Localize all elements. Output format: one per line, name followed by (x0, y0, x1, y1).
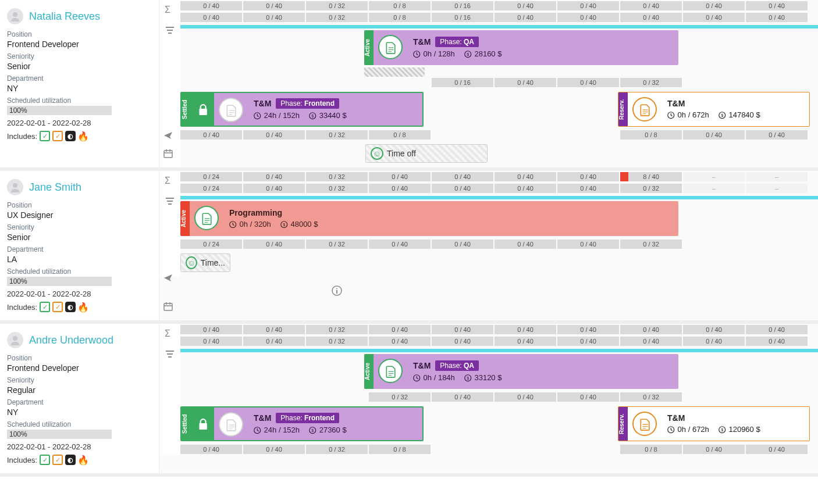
row-icon-column (159, 324, 180, 455)
includes-row: Includes: ✓ ✓ ◐ 🔥 (7, 455, 152, 465)
calendar-icon[interactable] (163, 148, 173, 160)
allocation-cell: 0 / 40 (243, 337, 305, 346)
allocation-block[interactable]: Settled T&M Phase: Frontend 24h / 152h 2… (180, 406, 424, 441)
allocation-cell: 0 / 40 (495, 172, 556, 181)
allocation-cell: 0 / 40 (369, 337, 431, 346)
person-sidebar: Natalia Reeves Position Frontend Develop… (0, 0, 159, 167)
sigma-icon[interactable] (165, 328, 175, 341)
allocation-cell: 0 / 40 (495, 392, 556, 402)
allocation-cell: 0 / 24 (180, 184, 242, 193)
allocation-cell: 0 / 40 (180, 325, 242, 334)
plane-icon[interactable] (163, 130, 173, 142)
allocation-cell: 0 / 24 (180, 240, 242, 249)
allocation-cell: 0 / 40 (243, 184, 305, 193)
allocation-cell: 0 / 40 (557, 1, 619, 10)
allocation-cell: 0 / 40 (369, 184, 431, 193)
allocation-cell: – (683, 172, 745, 181)
allocation-block[interactable]: Active T&M Phase: QA 0h / 128h 28160 $ (364, 30, 678, 65)
timeline-marker (180, 349, 818, 352)
status-chip-active-icon: ✓ (40, 302, 50, 312)
value-department: NY (7, 84, 152, 93)
allocation-block[interactable]: Reserv. T&M 0h / 672h 120960 $ (618, 406, 810, 441)
label-seniority: Seniority (7, 52, 152, 60)
filter-icon[interactable] (165, 196, 175, 208)
allocation-cell: 0 / 40 (746, 337, 808, 346)
cost-stat: 33440 $ (309, 111, 347, 120)
label-position: Position (7, 201, 152, 209)
allocation-cell: – (746, 184, 808, 193)
allocation-cell: 0 / 24 (180, 172, 242, 181)
allocation-cell: 0 / 40 (243, 13, 305, 22)
person-name-link[interactable]: Andre Underwood (29, 334, 113, 346)
allocation-cell: 0 / 40 (432, 172, 493, 181)
date-range: 2022-02-01 - 2022-02-28 (7, 442, 152, 451)
status-tab: Reserv. (618, 92, 628, 126)
allocation-cell: 0 / 40 (746, 325, 808, 334)
sigma-icon[interactable] (165, 176, 175, 188)
allocation-block[interactable]: Active T&M Phase: QA 0h / 184h 33120 $ (364, 354, 678, 389)
filter-icon[interactable] (165, 25, 175, 37)
person-sidebar: Jane Smith Position UX Designer Seniorit… (0, 171, 159, 320)
allocation-cell: 0 / 40 (180, 337, 242, 346)
avatar (7, 179, 23, 195)
value-seniority: Regular (7, 385, 152, 395)
utilization-bar: 100% (7, 106, 112, 115)
allocation-cell: 0 / 40 (620, 337, 682, 346)
allocation-cell: 0 / 40 (746, 445, 808, 454)
cost-stat: 48000 $ (280, 220, 318, 229)
allocation-cell: 0 / 8 (369, 1, 431, 10)
status-tab: Reserv. (618, 407, 628, 441)
person-name-link[interactable]: Natalia Reeves (29, 10, 100, 23)
includes-row: Includes: ✓ ✓ ◐ 🔥 (7, 302, 152, 312)
allocation-cell: 0 / 40 (557, 337, 619, 346)
allocation-cell: 0 / 40 (683, 13, 745, 22)
allocation-cell: 0 / 40 (495, 325, 556, 334)
allocation-block[interactable]: Reserv. T&M 0h / 672h 147840 $ (618, 92, 810, 127)
allocation-cell: 0 / 8 (369, 130, 431, 140)
allocation-cell: 0 / 32 (369, 392, 431, 402)
utilization-bar: 100% (7, 430, 112, 439)
allocation-block[interactable]: Active Programming 0h / 320h 48000 $ (180, 201, 678, 236)
filter-icon[interactable] (165, 349, 175, 361)
avatar (7, 8, 23, 24)
value-position: Frontend Developer (7, 40, 152, 49)
allocation-cell: 0 / 40 (495, 78, 556, 87)
row-icon-column (159, 171, 180, 277)
phase-badge: Phase: QA (435, 37, 479, 47)
allocation-cell: 0 / 16 (432, 78, 493, 87)
calendar-icon[interactable] (163, 301, 173, 313)
block-title: T&M (667, 99, 685, 108)
flame-icon: 🔥 (78, 455, 88, 465)
date-range: 2022-02-01 - 2022-02-28 (7, 119, 152, 127)
block-title: T&M (413, 37, 431, 47)
person-name-link[interactable]: Jane Smith (29, 181, 81, 194)
date-range: 2022-02-01 - 2022-02-28 (7, 289, 152, 298)
flame-icon: 🔥 (78, 131, 88, 141)
status-chip-active-icon: ✓ (40, 455, 50, 465)
person-ring-icon: ☺ (186, 256, 197, 269)
allocation-cell: 0 / 40 (432, 337, 493, 346)
document-icon (632, 97, 657, 121)
hours-stat: 24h / 152h (254, 426, 300, 435)
allocation-cell: 0 / 32 (620, 392, 682, 402)
allocation-cell: 0 / 40 (620, 325, 682, 334)
info-icon[interactable] (332, 285, 342, 298)
value-seniority: Senior (7, 62, 152, 71)
timeoff-block[interactable]: ☺ Time... (180, 253, 230, 272)
allocation-cell: 0 / 40 (432, 240, 493, 249)
allocation-cell: 0 / 8 (369, 445, 431, 454)
allocation-block[interactable]: Settled T&M Phase: Frontend 24h / 152h 3… (180, 92, 424, 127)
cost-stat: 147840 $ (719, 110, 760, 120)
hours-stat: 0h / 672h (667, 110, 709, 120)
cost-stat: 120960 $ (719, 425, 760, 434)
plane-icon[interactable] (163, 272, 173, 284)
allocation-cell: 0 / 40 (369, 240, 431, 249)
allocation-cell: 0 / 40 (180, 1, 242, 10)
person-row: Andre Underwood Position Frontend Develo… (0, 324, 818, 477)
allocation-cell: 0 / 32 (620, 78, 682, 87)
avatar (7, 332, 23, 348)
timeoff-block[interactable]: ☺ Time off (365, 144, 488, 163)
value-department: LA (7, 255, 152, 264)
block-title: T&M (254, 413, 271, 423)
sigma-icon[interactable] (165, 5, 175, 17)
